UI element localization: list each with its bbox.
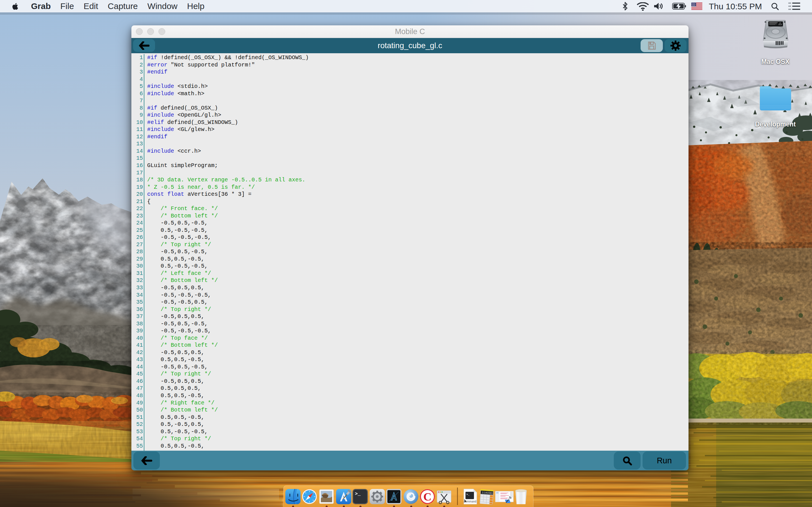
svg-text:>_: >_: [355, 491, 361, 497]
svg-text:>_: >_: [466, 493, 469, 496]
svg-text:C: C: [423, 490, 432, 503]
